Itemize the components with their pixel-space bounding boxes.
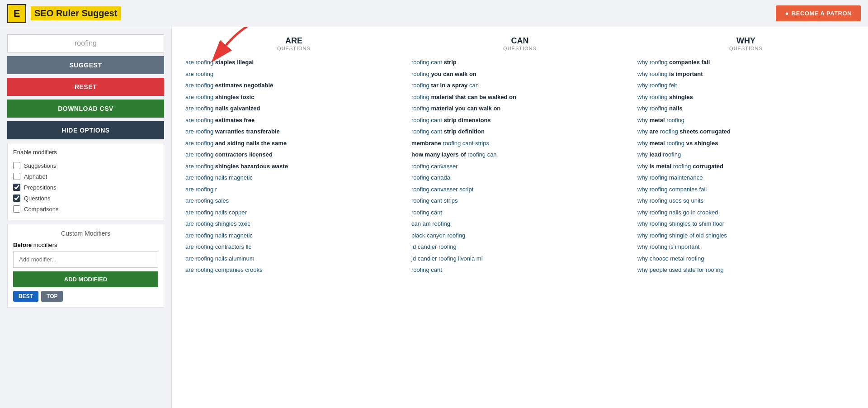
search-input[interactable] [7, 34, 164, 52]
alphabet-checkbox[interactable] [13, 173, 20, 180]
list-item[interactable]: are roofing nails copper [185, 207, 402, 218]
list-item[interactable]: roofing cant strip dimensions [411, 114, 628, 126]
suggest-button[interactable]: SUGGEST [7, 56, 164, 74]
list-item[interactable]: roofing you can walk on [411, 68, 628, 80]
list-item[interactable]: why roofing is important [637, 241, 854, 253]
list-item[interactable]: why roofing companies fail [637, 184, 854, 195]
list-item[interactable]: are roofing estimates free [185, 114, 402, 126]
suggestions-checkbox-item[interactable]: Suggestions [13, 160, 158, 171]
list-item[interactable]: are roofing companies crooks [185, 264, 402, 276]
list-item[interactable]: roofing material that can be walked on [411, 91, 628, 103]
list-item[interactable]: why roofing shingles to shim floor [637, 218, 854, 230]
can-subtitle: QUESTIONS [411, 46, 628, 51]
list-item[interactable]: why lead roofing [637, 149, 854, 161]
list-item[interactable]: why roofing is important [637, 68, 854, 80]
list-item[interactable]: roofing cant [411, 207, 628, 218]
list-item[interactable]: can am roofing [411, 218, 628, 230]
list-item[interactable]: why metal roofing [637, 114, 854, 126]
list-item[interactable]: why roofing companies fail [637, 57, 854, 68]
list-item[interactable]: why roofing nails go in crooked [637, 207, 854, 218]
list-item[interactable]: why metal roofing vs shingles [637, 138, 854, 149]
questions-checkbox-item[interactable]: Questions [13, 193, 158, 204]
list-item[interactable]: membrane roofing cant strips [411, 138, 628, 149]
list-item[interactable]: jd candler roofing livonia mi [411, 253, 628, 265]
before-bold: Before [13, 242, 32, 248]
list-item[interactable]: roofing canada [411, 172, 628, 184]
list-item[interactable]: roofing tar in a spray can [411, 80, 628, 91]
list-item[interactable]: are roofing [185, 68, 402, 80]
can-column-header: CAN QUESTIONS [411, 36, 628, 54]
reset-button[interactable]: RESET [7, 78, 164, 96]
list-item[interactable]: are roofing nails galvanized [185, 103, 402, 114]
patron-icon: ● [785, 10, 788, 17]
list-item[interactable]: roofing material you can walk on [411, 103, 628, 114]
prepositions-checkbox-item[interactable]: Prepositions [13, 182, 158, 193]
logo-icon: E [7, 4, 26, 23]
list-item[interactable]: roofing cant strip definition [411, 126, 628, 138]
list-item[interactable]: why roofing uses sq units [637, 195, 854, 207]
list-item[interactable]: are roofing contractors llc [185, 241, 402, 253]
list-item[interactable]: why roofing nails [637, 103, 854, 114]
can-column: CAN QUESTIONS roofing cant strip roofing… [411, 36, 628, 276]
list-item[interactable]: are roofing sales [185, 195, 402, 207]
comparisons-label: Comparisons [24, 206, 59, 213]
list-item[interactable]: are roofing nails aluminum [185, 253, 402, 265]
list-item[interactable]: why people used slate for roofing [637, 264, 854, 276]
list-item[interactable]: are roofing shingles hazardous waste [185, 161, 402, 172]
modifiers-section: Enable modifiers Suggestions Alphabet Pr… [7, 143, 164, 220]
list-item[interactable]: are roofing shingles toxic [185, 91, 402, 103]
before-modifiers-label: Before modifiers [13, 242, 158, 248]
list-item[interactable]: are roofing contractors licensed [185, 149, 402, 161]
suggestions-checkbox[interactable] [13, 162, 20, 169]
list-item[interactable]: how many layers of roofing can [411, 149, 628, 161]
header: E SEO Ruler Suggest ● BECOME A PATRON [0, 0, 868, 27]
download-csv-button[interactable]: DOWNLOAD CSV [7, 100, 164, 118]
list-item[interactable]: why roofing maintenance [637, 172, 854, 184]
list-item[interactable]: why choose metal roofing [637, 253, 854, 265]
suggestions-label: Suggestions [24, 162, 57, 169]
main-layout: SUGGEST RESET DOWNLOAD CSV HIDE OPTIONS … [0, 27, 868, 408]
questions-checkbox[interactable] [13, 195, 20, 202]
can-title: CAN [411, 36, 628, 46]
alphabet-checkbox-item[interactable]: Alphabet [13, 171, 158, 182]
alphabet-label: Alphabet [24, 173, 47, 180]
list-item[interactable]: are roofing and siding nails the same [185, 138, 402, 149]
list-item[interactable]: why roofing felt [637, 80, 854, 91]
modifiers-title: Enable modifiers [13, 149, 158, 156]
list-item[interactable]: why roofing shingles [637, 91, 854, 103]
list-item[interactable]: black canyon roofing [411, 230, 628, 242]
results-grid: ARE QUESTIONS are roofing staples illega… [185, 36, 854, 276]
logo-area: E SEO Ruler Suggest [7, 4, 121, 23]
list-item[interactable]: are roofing warranties transferable [185, 126, 402, 138]
are-column: ARE QUESTIONS are roofing staples illega… [185, 36, 402, 276]
list-item[interactable]: why are roofing sheets corrugated [637, 126, 854, 138]
list-item[interactable]: roofing canvasser script [411, 184, 628, 195]
why-subtitle: QUESTIONS [637, 46, 854, 51]
list-item[interactable]: are roofing nails magnetic [185, 172, 402, 184]
list-item[interactable]: why is metal roofing corrugated [637, 161, 854, 172]
list-item[interactable]: are roofing nails magnetic [185, 230, 402, 242]
best-tag-button[interactable]: BEST [13, 291, 38, 302]
sidebar: SUGGEST RESET DOWNLOAD CSV HIDE OPTIONS … [0, 27, 172, 408]
comparisons-checkbox[interactable] [13, 205, 20, 213]
list-item[interactable]: roofing cant [411, 264, 628, 276]
list-item[interactable]: are roofing shingles toxic [185, 218, 402, 230]
comparisons-checkbox-item[interactable]: Comparisons [13, 204, 158, 214]
add-modified-button[interactable]: ADD MODIFIED [13, 271, 158, 287]
questions-label: Questions [24, 195, 51, 202]
list-item[interactable]: roofing cant strip [411, 57, 628, 68]
become-patron-button[interactable]: ● BECOME A PATRON [776, 5, 861, 21]
list-item[interactable]: are roofing r [185, 184, 402, 195]
list-item[interactable]: are roofing estimates negotiable [185, 80, 402, 91]
top-tag-button[interactable]: TOP [41, 291, 63, 302]
hide-options-button[interactable]: HIDE OPTIONS [7, 121, 164, 139]
prepositions-checkbox[interactable] [13, 184, 20, 191]
list-item[interactable]: why roofing shingle of old shingles [637, 230, 854, 242]
red-arrow-indicator [199, 27, 298, 63]
list-item[interactable]: roofing canvasser [411, 161, 628, 172]
list-item[interactable]: roofing cant strips [411, 195, 628, 207]
why-column: WHY QUESTIONS why roofing companies fail… [637, 36, 854, 276]
list-item[interactable]: jd candler roofing [411, 241, 628, 253]
modifier-input[interactable] [13, 251, 158, 268]
custom-modifiers-title: Custom Modifiers [13, 230, 158, 237]
